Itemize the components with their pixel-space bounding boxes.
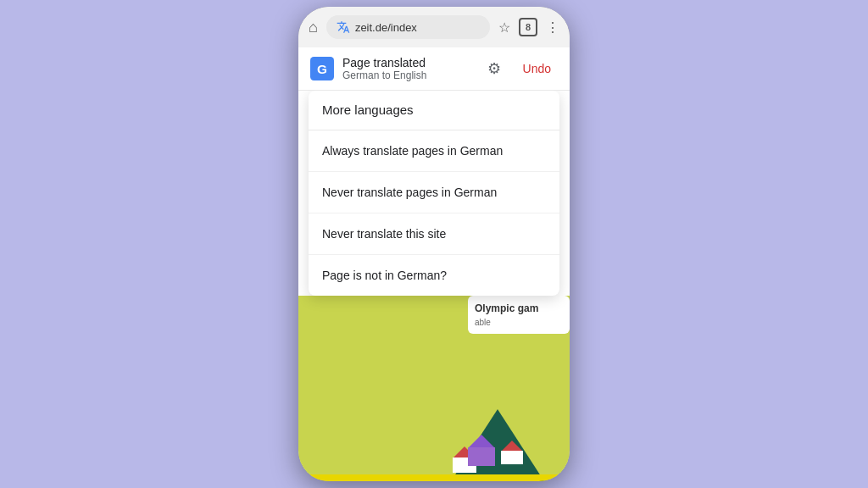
url-text[interactable]: zeit.de/index [355,21,480,34]
not-in-german-item[interactable]: Page is not in German? [309,255,559,296]
houses-illustration [298,413,570,481]
dropdown-header: More languages [309,91,559,130]
home-icon[interactable]: ⌂ [309,19,318,36]
browser-bar: ⌂ zeit.de/index ☆ 8 ⋮ [298,7,570,47]
more-menu-icon[interactable]: ⋮ [546,19,559,36]
undo-button[interactable]: Undo [516,58,558,79]
page-card: Olympic gam able [468,296,570,334]
always-translate-item[interactable]: Always translate pages in German [309,130,559,172]
translate-bar: G Page translated German to English ⚙ Un… [298,47,570,91]
wave-line [298,474,570,481]
never-translate-site-item[interactable]: Never translate this site [309,214,559,255]
url-bar[interactable]: zeit.de/index [326,15,490,39]
card-title: Olympic gam [475,302,563,314]
bookmark-star-icon[interactable]: ☆ [498,19,510,36]
page-translated-subtitle: German to English [342,69,479,81]
translate-small-icon [337,20,350,34]
svg-text:G: G [317,62,327,76]
house-right [501,441,523,464]
house-purple [468,435,495,466]
page-translated-title: Page translated [342,56,479,69]
card-sub: able [475,318,563,327]
phone-screen: ⌂ zeit.de/index ☆ 8 ⋮ G Page translated … [298,7,570,481]
translate-info: Page translated German to English [342,56,479,81]
tabs-badge[interactable]: 8 [519,18,537,36]
translate-dropdown-menu: More languages Always translate pages in… [309,91,559,296]
google-translate-icon: G [310,57,334,80]
phone-frame: ⌂ zeit.de/index ☆ 8 ⋮ G Page translated … [298,7,570,481]
more-languages-label[interactable]: More languages [322,103,414,117]
settings-icon[interactable]: ⚙ [487,59,501,78]
page-content: Olympic gam able [298,296,570,481]
never-translate-pages-item[interactable]: Never translate pages in German [309,172,559,214]
